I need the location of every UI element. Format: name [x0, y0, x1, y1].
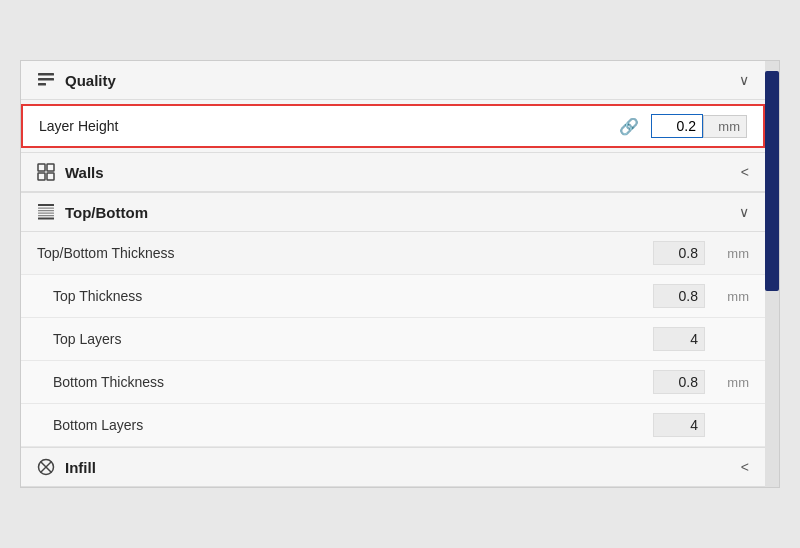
layer-height-input[interactable] — [651, 114, 703, 138]
infill-section-header[interactable]: Infill < — [21, 448, 765, 487]
top-bottom-thickness-unit: mm — [705, 246, 749, 261]
top-bottom-label: Top/Bottom — [65, 204, 148, 221]
svg-rect-4 — [47, 164, 54, 171]
svg-rect-10 — [38, 213, 54, 214]
bottom-thickness-value[interactable]: 0.8 — [653, 370, 705, 394]
walls-label: Walls — [65, 164, 104, 181]
layer-height-label: Layer Height — [39, 118, 619, 134]
scrollbar[interactable] — [765, 61, 779, 487]
svg-rect-6 — [47, 173, 54, 180]
layer-height-unit: mm — [703, 115, 747, 138]
quality-section-header[interactable]: Quality ∨ — [21, 61, 765, 100]
walls-chevron: < — [741, 164, 749, 180]
infill-label: Infill — [65, 459, 96, 476]
svg-rect-5 — [38, 173, 45, 180]
svg-rect-7 — [38, 204, 54, 206]
top-bottom-section-header[interactable]: Top/Bottom ∨ — [21, 193, 765, 232]
infill-chevron: < — [741, 459, 749, 475]
svg-rect-3 — [38, 164, 45, 171]
quality-label: Quality — [65, 72, 116, 89]
svg-rect-9 — [38, 210, 54, 211]
bottom-thickness-unit: mm — [705, 375, 749, 390]
top-bottom-icon — [37, 203, 55, 221]
svg-rect-0 — [38, 73, 54, 76]
link-icon[interactable]: 🔗 — [619, 117, 639, 136]
top-bottom-thickness-label: Top/Bottom Thickness — [37, 245, 653, 261]
scrollbar-thumb[interactable] — [765, 71, 779, 291]
top-layers-value[interactable]: 4 — [653, 327, 705, 351]
svg-rect-11 — [38, 215, 54, 216]
top-bottom-thickness-row: Top/Bottom Thickness 0.8 mm — [21, 232, 765, 275]
top-thickness-row: Top Thickness 0.8 mm — [21, 275, 765, 318]
settings-panel: Quality ∨ Layer Height 🔗 mm Walls — [20, 60, 780, 488]
top-bottom-thickness-value[interactable]: 0.8 — [653, 241, 705, 265]
top-layers-label: Top Layers — [53, 331, 653, 347]
svg-rect-12 — [38, 218, 54, 220]
walls-icon — [37, 163, 55, 181]
infill-icon — [37, 458, 55, 476]
bottom-layers-row: Bottom Layers 4 — [21, 404, 765, 447]
walls-section-header[interactable]: Walls < — [21, 153, 765, 192]
bottom-thickness-label: Bottom Thickness — [53, 374, 653, 390]
svg-rect-8 — [38, 208, 54, 209]
svg-rect-2 — [38, 83, 46, 86]
svg-rect-1 — [38, 78, 54, 81]
bottom-layers-value[interactable]: 4 — [653, 413, 705, 437]
top-thickness-label: Top Thickness — [53, 288, 653, 304]
quality-chevron: ∨ — [739, 72, 749, 88]
top-thickness-unit: mm — [705, 289, 749, 304]
layer-height-row: Layer Height 🔗 mm — [21, 104, 765, 148]
bottom-layers-label: Bottom Layers — [53, 417, 653, 433]
top-thickness-value[interactable]: 0.8 — [653, 284, 705, 308]
top-layers-row: Top Layers 4 — [21, 318, 765, 361]
top-bottom-chevron: ∨ — [739, 204, 749, 220]
bottom-thickness-row: Bottom Thickness 0.8 mm — [21, 361, 765, 404]
quality-icon — [37, 71, 55, 89]
